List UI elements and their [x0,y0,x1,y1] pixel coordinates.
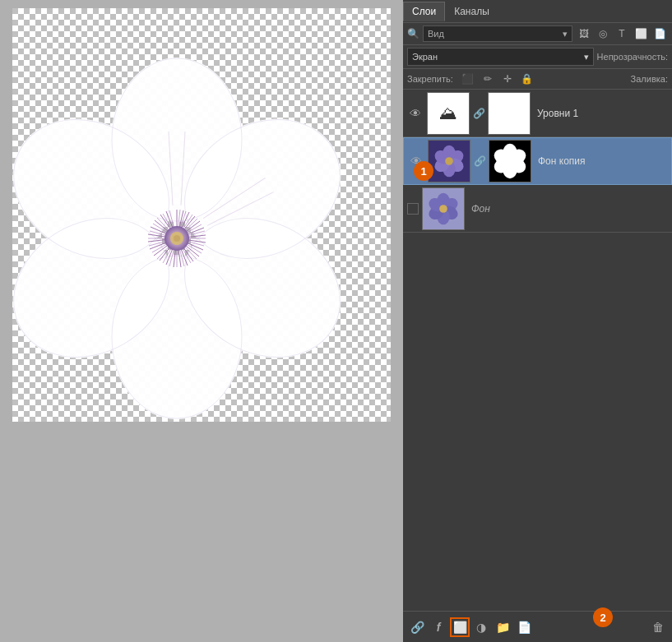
new-layer-btn[interactable]: 📄 [514,617,534,637]
svg-point-95 [439,205,447,213]
svg-point-87 [505,156,515,166]
lock-row: Закрепить: ⬛ ✏ ✛ 🔒 Заливка: [403,69,672,90]
dropdown-arrow: ▾ [584,52,589,62]
search-input[interactable]: Вид ▾ [423,25,572,42]
layer-mask-levels1 [488,92,531,135]
lock-all-btn[interactable]: 🔒 [519,71,535,87]
opacity-label: Непрозрачность: [597,52,668,62]
new-group-btn[interactable]: 📁 [493,617,512,637]
tab-channels[interactable]: Каналы [445,2,498,21]
mask-thumb-svg [489,140,531,182]
delete-layer-btn[interactable]: 🗑 [648,617,668,637]
layer-levels1[interactable]: 👁 ⛰ 🔗 Уровни 1 [403,90,672,137]
layer-name-levels1: Уровни 1 [534,108,668,119]
smart-icon[interactable]: 📄 [651,25,668,42]
lock-position-btn[interactable]: ✏ [480,71,496,87]
text-icon[interactable]: T [614,25,630,42]
visibility-checkbox-fon[interactable] [407,203,419,215]
search-icon: 🔍 [407,28,419,39]
search-value: Вид [428,29,444,39]
bottom-toolbar: 🔗 f ⬜ ◑ 📁 📄 🗑 [403,611,672,642]
badge-1: 1 [414,161,433,181]
badge-2: 2 [593,607,613,627]
search-icons: 🖼 ◎ T ⬜ 📄 [576,25,668,42]
search-dropdown-icon: ▾ [563,29,568,39]
search-bar: 🔍 Вид ▾ 🖼 ◎ T ⬜ 📄 [403,23,672,45]
layer-thumb-levels1: ⛰ [427,92,470,135]
levels-adjustment-icon: ⛰ [439,103,457,124]
layer-fon[interactable]: Фон [403,185,672,233]
canvas-container [12,8,391,518]
shape-icon[interactable]: ⬜ [633,25,649,42]
panel-spacer [403,233,672,611]
layer-mask-fon-kopiya [489,140,531,182]
layers-panel: Слои Каналы 🔍 Вид ▾ 🖼 ◎ T ⬜ 📄 Экран ▾ Не… [403,0,672,642]
circle-icon[interactable]: ◎ [595,25,611,42]
mode-row: Экран ▾ Непрозрачность: [403,45,672,69]
layer-name-fon: Фон [468,203,668,215]
canvas-area [0,0,403,642]
adjustment-btn[interactable]: ◑ [471,617,491,637]
lock-move-btn[interactable]: ✛ [499,71,516,87]
svg-point-70 [174,235,180,242]
tab-layers[interactable]: Слои [403,2,445,21]
visibility-eye-levels[interactable]: 👁 [407,105,424,122]
layer-thumb-fon-kopiya [428,140,470,182]
canvas-drawing [12,8,391,518]
fon-thumb-svg [423,187,464,230]
layer-thumb-fon [422,187,465,230]
lock-label: Закрепить: [407,74,453,84]
layer-name-fon-kopiya: Фон копия [535,155,667,167]
image-icon[interactable]: 🖼 [576,25,592,42]
tabs-row: Слои Каналы [403,0,672,23]
add-mask-btn[interactable]: ⬜ [450,617,470,637]
blend-mode-select[interactable]: Экран ▾ [407,48,594,66]
chain-icon-fon-kopiya: 🔗 [474,153,485,169]
svg-point-79 [445,157,453,165]
svg-rect-71 [12,422,391,518]
link-layers-btn[interactable]: 🔗 [407,617,427,637]
layer-fon-kopiya[interactable]: 👁 🔗 [403,137,672,185]
fx-btn[interactable]: f [429,617,448,637]
chain-icon-levels1: 🔗 [473,105,484,122]
lock-pixels-btn[interactable]: ⬛ [460,71,476,87]
fill-label: Заливка: [631,74,668,84]
flower-thumb-svg [429,140,470,182]
